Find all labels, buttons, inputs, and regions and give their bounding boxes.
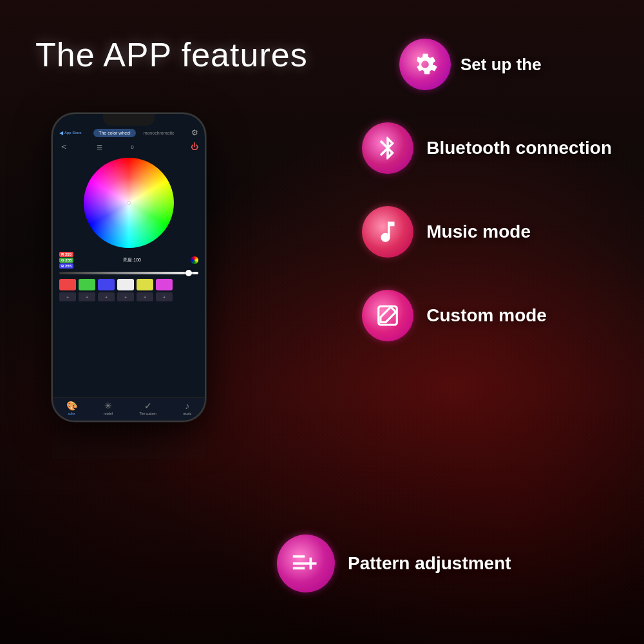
brightness-track[interactable] (59, 272, 198, 274)
rgb-values: R 255 G 255 B 255 (59, 252, 73, 269)
feature-setup-label: Set up the (460, 55, 542, 75)
feature-setup: Set up the (399, 39, 542, 90)
menu-icon: ☰ (97, 144, 102, 151)
add-btn-3[interactable]: + (98, 292, 115, 301)
phone-bottom-nav: 🎨 color ✳ model ✓ The custom ♪ music (53, 397, 205, 421)
nav-custom[interactable]: ✓ The custom (139, 401, 156, 415)
color-wheel-section[interactable] (53, 158, 205, 248)
palette-icon[interactable] (191, 256, 198, 264)
feature-icon-bluetooth (362, 122, 413, 174)
music-icon (374, 218, 401, 245)
rgb-b-row: B 255 (59, 263, 73, 269)
phone-mockup: ◀ App Store The color wheel monochromati… (52, 113, 206, 422)
nav-model-label: model (104, 412, 113, 415)
bluetooth-icon (374, 135, 401, 162)
swatches-row (59, 279, 198, 290)
feature-music: Music mode (362, 206, 612, 258)
feature-pattern: Pattern adjustment (277, 535, 511, 592)
page-title: The APP features (35, 35, 308, 74)
back-chevron-icon: ＜ (59, 141, 68, 153)
swatches-container: + + + + + + (53, 276, 205, 304)
add-btn-2[interactable]: + (79, 292, 95, 301)
swatch-yellow[interactable] (137, 279, 153, 290)
tab-color-wheel[interactable]: The color wheel (93, 129, 135, 137)
add-buttons-row: + + + + + + (59, 292, 198, 301)
phone-tabs: The color wheel monochromatic (93, 129, 179, 137)
rgb-r-label: R 255 (59, 252, 73, 257)
brightness-slider-container[interactable] (53, 270, 205, 276)
swatch-pink[interactable] (156, 279, 173, 290)
feature-icon-music (362, 206, 413, 258)
gear-icon (412, 52, 438, 77)
nav-model[interactable]: ✳ model (104, 401, 113, 415)
grid-layers-icon (292, 549, 320, 578)
features-list: Bluetooth connection Music mode Custom m… (362, 122, 612, 354)
swatch-blue[interactable] (98, 279, 115, 290)
edit-icon (375, 303, 400, 328)
brightness-value: 亮度:100 (123, 257, 141, 263)
feature-custom: Custom mode (362, 290, 612, 341)
tab-monochromatic[interactable]: monochromatic (138, 129, 180, 137)
phone-notch (103, 114, 155, 126)
feature-bluetooth-label: Bluetooth connection (426, 138, 612, 158)
number-label: 0 (131, 144, 133, 150)
color-wheel-selector (127, 201, 131, 205)
feature-icon-pattern (277, 535, 335, 592)
swatch-red[interactable] (59, 279, 76, 290)
swatch-white[interactable] (117, 279, 134, 290)
phone-screen: ◀ App Store The color wheel monochromati… (53, 114, 205, 421)
rgb-g-label: G 255 (59, 258, 73, 263)
nav-music[interactable]: ♪ music (183, 401, 191, 415)
color-wheel[interactable] (84, 158, 174, 248)
phone-toolbar: ＜ ☰ 0 ⏻ (53, 140, 205, 155)
feature-music-label: Music mode (426, 222, 531, 242)
feature-pattern-label: Pattern adjustment (348, 553, 511, 574)
rgb-b-label: B 255 (59, 263, 73, 269)
feature-custom-label: Custom mode (426, 305, 547, 326)
feature-bluetooth: Bluetooth connection (362, 122, 612, 174)
rgb-display: R 255 G 255 B 255 亮度:100 (53, 251, 205, 270)
rgb-g-row: G 255 (59, 258, 73, 263)
add-btn-5[interactable]: + (137, 292, 153, 301)
app-store-label: App Store (64, 131, 82, 135)
rgb-r-row: R 255 (59, 252, 73, 257)
swatch-green[interactable] (79, 279, 95, 290)
feature-icon-setup (399, 39, 451, 90)
power-icon: ⏻ (191, 142, 198, 151)
nav-custom-label: The custom (139, 412, 156, 415)
phone-reflection (52, 421, 206, 459)
nav-color[interactable]: 🎨 color (66, 401, 77, 415)
add-btn-1[interactable]: + (59, 292, 76, 301)
phone-back-btn: ◀ App Store (59, 130, 82, 136)
add-btn-6[interactable]: + (156, 292, 173, 301)
add-btn-4[interactable]: + (117, 292, 134, 301)
nav-color-label: color (68, 412, 75, 415)
brightness-thumb[interactable] (185, 270, 192, 276)
main-content: The APP features Set up the ◀ App Store (0, 0, 644, 644)
phone-gear-icon: ⚙ (191, 128, 198, 137)
phone-body: ◀ App Store The color wheel monochromati… (52, 113, 206, 422)
nav-music-label: music (183, 412, 191, 415)
feature-icon-custom (362, 290, 413, 341)
